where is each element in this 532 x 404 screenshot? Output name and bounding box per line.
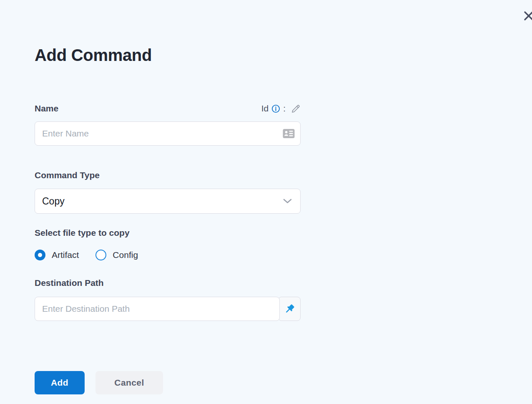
action-buttons: Add Cancel	[35, 371, 301, 394]
close-icon	[522, 9, 532, 23]
command-type-select[interactable]: Copy	[35, 189, 301, 214]
name-input[interactable]	[35, 121, 301, 146]
name-label: Name	[35, 104, 58, 114]
destination-path-input[interactable]	[35, 297, 280, 321]
destination-path-label: Destination Path	[35, 278, 301, 288]
id-meta: Id :	[261, 104, 301, 114]
id-label: Id	[261, 104, 269, 114]
radio-button-artifact[interactable]	[35, 250, 45, 260]
edit-pencil-icon	[291, 104, 301, 114]
edit-id-button[interactable]	[291, 104, 301, 114]
command-type-value: Copy	[42, 196, 65, 207]
radio-label-config: Config	[113, 250, 138, 260]
name-input-group	[35, 121, 301, 146]
pin-path-button[interactable]	[278, 297, 301, 321]
radio-button-config[interactable]	[95, 250, 106, 260]
destination-path-group	[35, 297, 301, 321]
radio-label-artifact: Artifact	[52, 250, 79, 260]
radio-option-artifact[interactable]: Artifact	[35, 250, 79, 260]
file-type-label: Select file type to copy	[35, 228, 301, 238]
file-type-radio-group: Artifact Config	[35, 248, 301, 262]
chevron-down-icon	[283, 199, 292, 204]
cancel-button[interactable]: Cancel	[95, 371, 163, 394]
page-title: Add Command	[35, 46, 301, 65]
id-separator: :	[283, 104, 286, 114]
pushpin-icon	[284, 303, 295, 315]
add-button[interactable]: Add	[35, 371, 85, 394]
info-circle-icon[interactable]	[271, 104, 280, 113]
name-label-row: Name Id :	[35, 103, 301, 114]
command-type-label: Command Type	[35, 170, 301, 180]
close-button[interactable]	[521, 8, 532, 23]
add-command-drawer: { "modal": { "title": "Add Command" }, "…	[0, 0, 532, 404]
radio-option-config[interactable]: Config	[95, 250, 138, 260]
id-card-icon	[283, 129, 295, 139]
